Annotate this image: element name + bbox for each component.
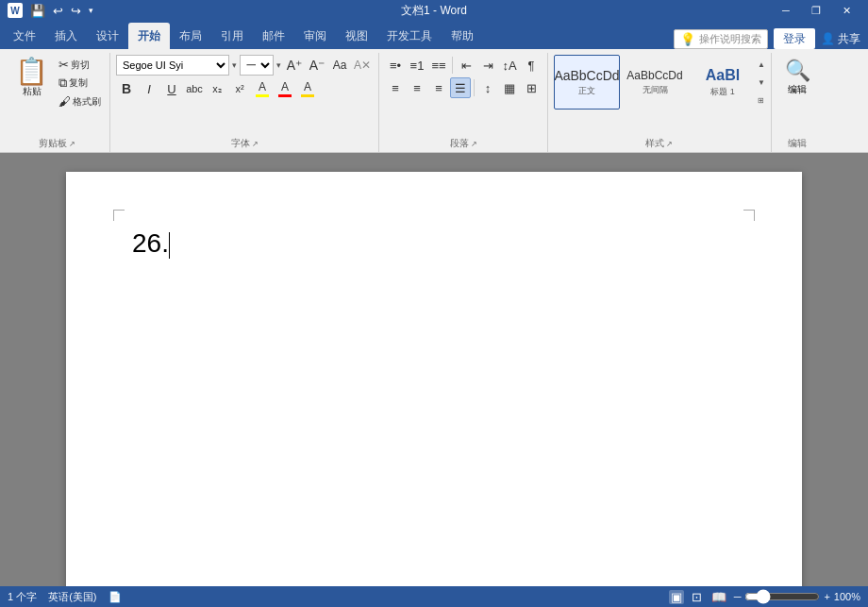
text-cursor	[169, 232, 171, 259]
login-button[interactable]: 登录	[774, 28, 815, 49]
web-view-btn[interactable]: ⊡	[690, 590, 704, 604]
show-hide-btn[interactable]: ¶	[521, 55, 542, 76]
font-content: Segoe UI Syi ▾ 一号 ▾ A⁺ A⁻ Aa A✕ B I	[116, 55, 373, 135]
print-view-btn[interactable]: ▣	[669, 590, 684, 604]
bold-btn[interactable]: B	[116, 78, 137, 99]
tab-view[interactable]: 视图	[336, 23, 377, 49]
save-quick-btn[interactable]: 💾	[28, 4, 47, 18]
ribbon: 📋 粘贴 ✂ 剪切 ⧉ 复制 🖌 格式刷 剪贴板 ↗	[0, 49, 868, 153]
styles-up-arrow[interactable]: ▲	[758, 56, 765, 73]
style-normal[interactable]: AaBbCcDd 正文	[554, 55, 620, 110]
document-page[interactable]: 26.	[66, 172, 802, 586]
increase-font-btn[interactable]: A⁺	[284, 55, 305, 76]
restore-btn[interactable]: ❐	[802, 0, 830, 21]
tab-developer[interactable]: 开发工具	[377, 23, 442, 49]
clear-format-btn[interactable]: A✕	[352, 55, 373, 76]
strikethrough-btn[interactable]: abc	[184, 78, 205, 99]
share-button[interactable]: 👤 共享	[821, 31, 860, 47]
status-right: ▣ ⊡ 📖 ─ + 100%	[669, 589, 860, 604]
superscript-btn[interactable]: x²	[229, 78, 250, 99]
increase-indent-btn[interactable]: ⇥	[477, 55, 498, 76]
underline-btn[interactable]: U	[161, 78, 182, 99]
subscript-btn[interactable]: x₂	[207, 78, 227, 99]
font-name-dropdown[interactable]: ▾	[232, 60, 237, 70]
minimize-btn[interactable]: ─	[772, 0, 800, 21]
sort-btn[interactable]: ↕A	[499, 55, 520, 76]
clipboard-group: 📋 粘贴 ✂ 剪切 ⧉ 复制 🖌 格式刷 剪贴板 ↗	[4, 53, 110, 152]
styles-expand-icon[interactable]: ↗	[666, 140, 673, 148]
copy-icon: ⧉	[58, 76, 67, 91]
para-divider2	[474, 79, 475, 96]
decrease-font-btn[interactable]: A⁻	[307, 55, 327, 76]
document-area[interactable]: 26.	[0, 153, 868, 586]
styles-down-arrow[interactable]: ▼	[758, 74, 765, 91]
ribbon-tabs-right: 💡 操作说明搜索 登录 👤 共享	[674, 28, 868, 49]
qa-dropdown-btn[interactable]: ▾	[87, 6, 95, 15]
tab-insert[interactable]: 插入	[45, 23, 87, 49]
font-size-dropdown[interactable]: ▾	[276, 60, 281, 70]
tab-review[interactable]: 审阅	[294, 23, 336, 49]
document-text: 26.	[132, 228, 169, 258]
undo-quick-btn[interactable]: ↩	[51, 4, 65, 18]
numbering-btn[interactable]: ≡1	[407, 55, 427, 76]
styles-more-arrow[interactable]: ⊞	[758, 92, 765, 109]
style-normal-label: 正文	[578, 85, 595, 97]
font-label: 字体 ↗	[116, 135, 373, 152]
multilevel-btn[interactable]: ≡≡	[428, 55, 449, 76]
redo-quick-btn[interactable]: ↪	[69, 4, 83, 18]
clipboard-expand-icon[interactable]: ↗	[69, 140, 75, 148]
style-heading1[interactable]: AaBl 标题 1	[690, 55, 756, 110]
paragraph-expand-icon[interactable]: ↗	[471, 140, 477, 148]
paste-label: 粘贴	[23, 85, 42, 98]
edit-button[interactable]: 🔍 编辑	[777, 55, 818, 100]
document-content[interactable]: 26.	[132, 228, 736, 259]
tab-layout[interactable]: 布局	[170, 23, 211, 49]
text-highlight-btn[interactable]: A	[297, 78, 318, 99]
align-left-btn[interactable]: ≡	[385, 77, 406, 98]
font-color-btn[interactable]: A	[275, 78, 295, 99]
tab-help[interactable]: 帮助	[442, 23, 483, 49]
language: 英语(美国)	[48, 590, 96, 604]
text-highlight-label: A	[304, 80, 311, 93]
tab-file[interactable]: 文件	[4, 23, 45, 49]
zoom-in-btn[interactable]: +	[824, 591, 829, 602]
paragraph-content: ≡• ≡1 ≡≡ ⇤ ⇥ ↕A ¶ ≡ ≡ ≡ ☰ ↕ ▦	[385, 55, 542, 135]
zoom-out-btn[interactable]: ─	[734, 591, 742, 602]
styles-group: AaBbCcDd 正文 AaBbCcDd 无间隔 AaBl 标题 1 ▲ ▼ ⊞	[548, 53, 772, 152]
help-search-box[interactable]: 💡 操作说明搜索	[674, 29, 768, 49]
font-family-select[interactable]: Segoe UI Syi	[116, 55, 229, 76]
style-no-spacing-label: 无间隔	[643, 84, 668, 96]
underline-label: U	[167, 82, 175, 96]
tab-mailings[interactable]: 邮件	[253, 23, 294, 49]
style-no-spacing[interactable]: AaBbCcDd 无间隔	[622, 55, 688, 110]
align-right-btn[interactable]: ≡	[428, 77, 449, 98]
justify-btn[interactable]: ☰	[450, 77, 471, 98]
clipboard-content: 📋 粘贴 ✂ 剪切 ⧉ 复制 🖌 格式刷	[9, 55, 104, 135]
cut-button[interactable]: ✂ 剪切	[56, 57, 104, 73]
bullets-btn[interactable]: ≡•	[385, 55, 406, 76]
format-painter-button[interactable]: 🖌 格式刷	[56, 93, 104, 110]
highlight-color-bar	[256, 94, 269, 97]
center-btn[interactable]: ≡	[407, 77, 427, 98]
tab-design[interactable]: 设计	[87, 23, 128, 49]
line-spacing-btn[interactable]: ↕	[477, 77, 498, 98]
change-case-btn[interactable]: Aa	[329, 55, 350, 76]
close-btn[interactable]: ✕	[832, 0, 860, 21]
italic-btn[interactable]: I	[139, 78, 159, 99]
highlight-color-btn[interactable]: A	[252, 78, 273, 99]
title-bar: W 💾 ↩ ↪ ▾ 文档1 - Word ─ ❐ ✕	[0, 0, 868, 21]
shading-btn[interactable]: ▦	[499, 77, 520, 98]
read-view-btn[interactable]: 📖	[709, 590, 728, 604]
copy-button[interactable]: ⧉ 复制	[56, 75, 104, 92]
status-bar: 1 个字 英语(美国) 📄 ▣ ⊡ 📖 ─ + 100%	[0, 586, 868, 607]
zoom-slider[interactable]	[744, 589, 820, 604]
borders-btn[interactable]: ⊞	[521, 77, 542, 98]
tab-home[interactable]: 开始	[128, 23, 170, 49]
tab-references[interactable]: 引用	[211, 23, 253, 49]
paste-button[interactable]: 📋 粘贴	[9, 55, 54, 102]
font-size-select[interactable]: 一号	[240, 55, 274, 76]
paste-icon: 📋	[15, 59, 48, 85]
font-expand-icon[interactable]: ↗	[252, 140, 259, 148]
app-icon: W	[8, 3, 23, 18]
decrease-indent-btn[interactable]: ⇤	[456, 55, 476, 76]
